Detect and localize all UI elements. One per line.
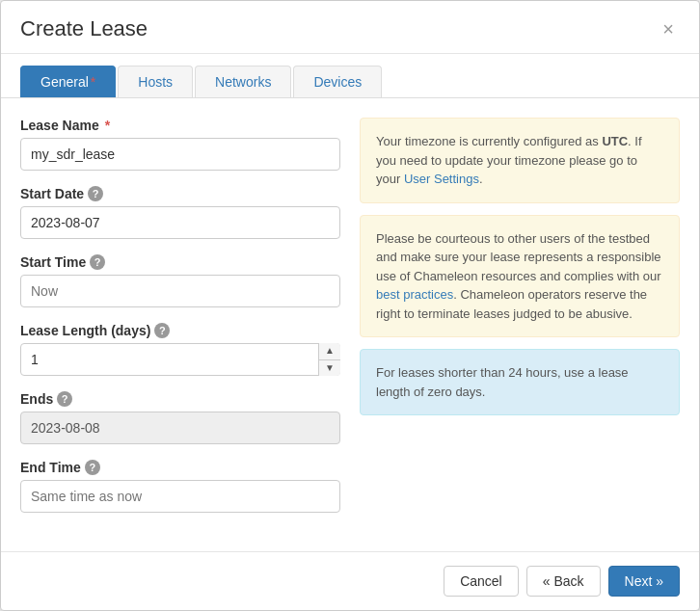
- short-lease-alert: For leases shorter than 24 hours, use a …: [360, 349, 680, 415]
- end-time-help-icon[interactable]: ?: [85, 460, 100, 475]
- spinner-up-button[interactable]: ▲: [319, 343, 340, 360]
- lease-length-help-icon[interactable]: ?: [154, 323, 170, 338]
- modal-title: Create Lease: [20, 16, 148, 41]
- spinner-controls: ▲ ▼: [318, 343, 340, 376]
- next-button[interactable]: Next »: [608, 566, 680, 597]
- lease-length-spinner: ▲ ▼: [20, 343, 340, 376]
- ends-help-icon[interactable]: ?: [57, 391, 72, 407]
- tab-bar: General* Hosts Networks Devices: [1, 54, 699, 98]
- spinner-down-button[interactable]: ▼: [319, 360, 340, 377]
- start-time-label: Start Time ?: [20, 254, 340, 270]
- lease-name-input[interactable]: [20, 138, 340, 171]
- lease-name-group: Lease Name *: [20, 118, 340, 171]
- back-button[interactable]: « Back: [526, 566, 601, 597]
- tab-general[interactable]: General*: [20, 66, 116, 97]
- close-button[interactable]: ×: [657, 17, 680, 40]
- start-time-group: Start Time ?: [20, 254, 340, 307]
- start-date-input[interactable]: [20, 206, 340, 239]
- start-time-help-icon[interactable]: ?: [90, 254, 105, 270]
- tab-networks[interactable]: Networks: [195, 66, 291, 97]
- user-settings-link[interactable]: User Settings: [404, 172, 479, 186]
- tab-hosts[interactable]: Hosts: [118, 66, 193, 97]
- tab-devices[interactable]: Devices: [293, 66, 382, 97]
- lease-length-label: Lease Length (days) ?: [20, 323, 340, 338]
- end-time-input[interactable]: [20, 480, 340, 513]
- modal-header: Create Lease ×: [1, 1, 699, 54]
- lease-name-label: Lease Name *: [20, 118, 340, 133]
- start-time-input[interactable]: [20, 275, 340, 307]
- cancel-button[interactable]: Cancel: [444, 566, 519, 597]
- modal-footer: Cancel « Back Next »: [1, 551, 699, 610]
- ends-input: [20, 412, 340, 444]
- end-time-group: End Time ?: [20, 460, 340, 513]
- ends-group: Ends ?: [20, 391, 340, 444]
- timezone-alert: Your timezone is currently configured as…: [360, 118, 680, 203]
- info-section: Your timezone is currently configured as…: [360, 118, 680, 532]
- modal-body: Lease Name * Start Date ? Start Time ?: [1, 98, 699, 551]
- courtesy-alert: Please be courteous to other users of th…: [360, 215, 680, 338]
- create-lease-modal: Create Lease × General* Hosts Networks D…: [0, 0, 700, 611]
- ends-label: Ends ?: [20, 391, 340, 407]
- lease-length-input[interactable]: [20, 343, 340, 376]
- start-date-help-icon[interactable]: ?: [88, 186, 103, 201]
- start-date-group: Start Date ?: [20, 186, 340, 239]
- best-practices-link[interactable]: best practices: [376, 287, 453, 302]
- start-date-label: Start Date ?: [20, 186, 340, 201]
- form-section: Lease Name * Start Date ? Start Time ?: [20, 118, 340, 532]
- end-time-label: End Time ?: [20, 460, 340, 475]
- lease-length-group: Lease Length (days) ? ▲ ▼: [20, 323, 340, 376]
